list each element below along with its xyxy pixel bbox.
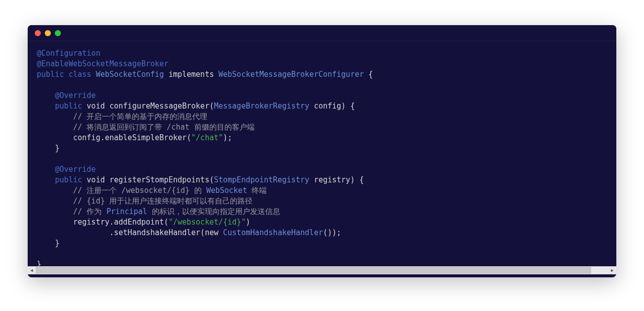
comment: // 作为 [73, 207, 106, 216]
class-name: WebSocket [206, 186, 247, 195]
punct: ) [246, 218, 250, 227]
horizontal-scrollbar[interactable]: ◄ ► [28, 266, 616, 274]
code-window: @Configuration @EnableWebSocketMessageBr… [28, 25, 616, 277]
params: config) { [309, 101, 355, 111]
annotation: @Override [55, 165, 96, 174]
method-name: registerStompEndpoints( [110, 175, 214, 184]
maximize-icon[interactable] [55, 30, 61, 36]
window-titlebar [28, 25, 616, 41]
class-name: WebSocketMessageBrokerConfigurer [218, 70, 364, 79]
string-literal: "/chat" [191, 133, 223, 142]
method-call: config.enableSimpleBroker( [73, 133, 191, 142]
scroll-right-icon[interactable]: ► [608, 266, 616, 274]
comment: 终端 [247, 186, 267, 195]
annotation: @EnableWebSocketMessageBroker [37, 59, 169, 68]
comment: // 注册一个 /websocket/{id} 的 [73, 186, 206, 195]
keyword: public [37, 70, 64, 79]
scrollbar-thumb[interactable] [36, 267, 591, 274]
keyword-implements: implements [169, 70, 214, 79]
class-name: Principal [106, 207, 147, 216]
method-name: configureMessageBroker( [110, 101, 214, 111]
comment: 的标识，以便实现向指定用户发送信息 [147, 207, 280, 216]
annotation: @Override [55, 91, 96, 100]
return-type: void [87, 101, 105, 111]
class-name: CustomHandshakeHandler [223, 228, 323, 237]
close-icon[interactable] [35, 30, 41, 36]
keyword: class [68, 70, 91, 79]
brace: } [37, 260, 41, 266]
params: registry) { [309, 175, 364, 184]
keyword: public [55, 101, 82, 111]
brace: } [55, 239, 59, 248]
code-area: @Configuration @EnableWebSocketMessageBr… [28, 41, 616, 277]
code-scroll-viewport[interactable]: @Configuration @EnableWebSocketMessageBr… [28, 41, 616, 266]
comment: // {id} 用于让用户连接终端时都可以有自己的路径 [73, 196, 253, 205]
class-name: WebSocketConfig [96, 70, 164, 79]
code-content: @Configuration @EnableWebSocketMessageBr… [37, 48, 607, 266]
scrollbar-track[interactable] [36, 266, 608, 274]
punct: ()); [323, 228, 341, 237]
return-type: void [87, 175, 105, 184]
class-name: MessageBrokerRegistry [214, 101, 309, 111]
brace: { [364, 70, 373, 79]
punct: ); [223, 133, 232, 142]
keyword: public [55, 175, 82, 184]
comment: // 将消息返回到订阅了带 /chat 前缀的目的客户端 [73, 123, 254, 132]
brace: } [55, 144, 59, 153]
method-call: .setHandshakeHandler( [110, 228, 205, 237]
keyword: new [205, 228, 218, 237]
minimize-icon[interactable] [45, 30, 51, 36]
comment: // 开启一个简单的基于内存的消息代理 [73, 112, 207, 121]
scroll-left-icon[interactable]: ◄ [28, 266, 36, 274]
string-literal: "/websocket/{id}" [169, 218, 246, 227]
annotation: @Configuration [37, 49, 100, 58]
method-call: registry.addEndpoint( [73, 218, 169, 227]
class-name: StompEndpointRegistry [214, 175, 309, 184]
